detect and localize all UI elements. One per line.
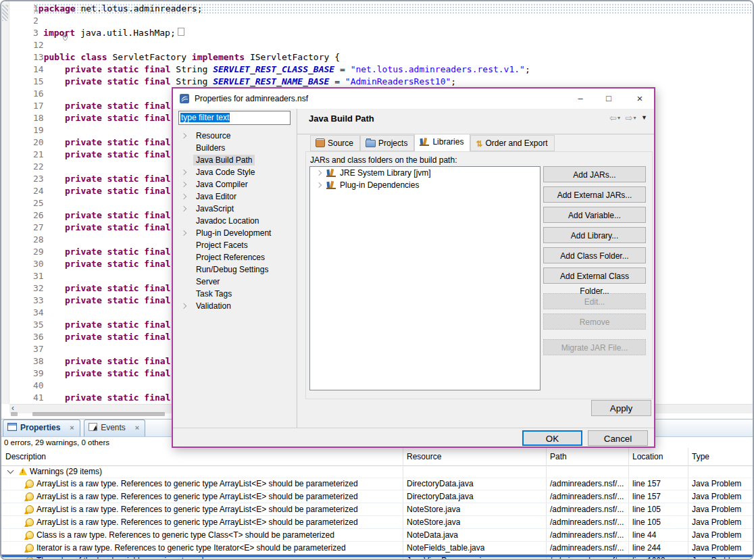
line-number[interactable]: 23 — [33, 174, 44, 184]
line-number[interactable]: 31 — [33, 271, 44, 281]
line-number[interactable]: 27 — [33, 222, 44, 232]
chevron-right-icon[interactable] — [181, 194, 186, 199]
action-button[interactable]: Add Class Folder... — [543, 247, 646, 263]
line-number[interactable]: 15 — [33, 76, 44, 86]
column-description[interactable]: Description — [5, 452, 46, 461]
tree-item[interactable]: Run/Debug Settings — [173, 263, 296, 276]
table-row[interactable]: Iterator is a raw type. References to ge… — [1, 542, 753, 555]
jar-list[interactable]: JRE System Library [jvm] Plug-in Depende… — [309, 166, 541, 390]
chevron-right-icon[interactable] — [181, 230, 186, 236]
tree-item[interactable]: Builders — [173, 142, 296, 154]
table-row[interactable]: ArrayList is a raw type. References to g… — [1, 490, 753, 503]
line-number[interactable]: 20 — [33, 137, 44, 147]
tab-order-and-export[interactable]: ⇅Order and Export — [470, 135, 554, 151]
line-number[interactable]: 14 — [33, 64, 44, 74]
view-menu-icon[interactable]: ▼ — [641, 114, 647, 121]
chevron-right-icon[interactable] — [316, 170, 322, 176]
line-number[interactable]: 18 — [33, 113, 44, 123]
line-number[interactable]: 41 — [33, 392, 44, 403]
line-number[interactable]: 37 — [33, 344, 44, 354]
tab-projects[interactable]: Projects — [360, 135, 414, 151]
tree-item[interactable]: Project Facets — [173, 239, 296, 251]
line-number[interactable]: 25 — [33, 198, 44, 208]
tree-item[interactable]: Java Code Style — [173, 166, 296, 178]
action-button[interactable]: Add Library... — [543, 227, 646, 243]
tab-source[interactable]: Source — [310, 135, 360, 151]
table-row[interactable]: Class is a raw type. References to gener… — [1, 529, 753, 542]
line-number[interactable]: 30 — [33, 259, 44, 269]
back-dropdown-icon[interactable]: ▾ — [618, 115, 620, 121]
tree-item[interactable]: Resource — [173, 130, 296, 142]
tree-item[interactable]: Plug-in Development — [173, 227, 296, 239]
line-number[interactable]: 40 — [33, 380, 44, 390]
tab-events[interactable]: Events× — [84, 419, 145, 436]
table-row[interactable]: ArrayList is a raw type. References to g… — [1, 503, 753, 516]
tree-item[interactable]: Javadoc Location — [173, 215, 296, 227]
line-number[interactable]: 19 — [33, 125, 44, 135]
chevron-down-icon[interactable] — [7, 467, 14, 474]
action-button[interactable]: Add External JARs... — [543, 186, 646, 203]
action-button[interactable]: Add External Class Folder... — [543, 268, 646, 284]
line-number[interactable]: 12 — [33, 40, 44, 50]
column-resource[interactable]: Resource — [407, 452, 441, 461]
line-number[interactable]: 1 — [33, 3, 39, 14]
table-row[interactable]: ArrayList is a raw type. References to g… — [1, 516, 753, 529]
action-button[interactable]: Add JARs... — [543, 166, 646, 182]
cancel-button[interactable]: Cancel — [588, 430, 648, 446]
line-number[interactable]: 3 — [33, 28, 39, 38]
apply-button[interactable]: Apply — [591, 400, 651, 416]
minimize-button[interactable]: – — [570, 91, 590, 106]
jar-list-item[interactable]: Plug-in Dependencies — [310, 179, 540, 191]
close-button[interactable]: × — [630, 91, 650, 106]
tree-item[interactable]: Task Tags — [173, 288, 296, 300]
tree-item[interactable]: JavaScript — [173, 203, 296, 215]
line-number[interactable]: 29 — [33, 247, 44, 257]
back-icon[interactable]: ⇦ — [609, 113, 617, 123]
table-row[interactable]: ArrayList is a raw type. References to g… — [1, 478, 753, 490]
tree-item[interactable]: Server — [173, 276, 296, 288]
line-number[interactable]: 38 — [33, 356, 44, 366]
forward-dropdown-icon[interactable]: ▾ — [633, 115, 636, 121]
tree-item[interactable]: Validation — [173, 300, 296, 312]
warnings-group-row[interactable]: Warnings (29 items) — [1, 465, 753, 478]
line-number[interactable]: 34 — [33, 307, 44, 317]
tree-item[interactable]: Java Build Path — [173, 154, 296, 166]
tree-item[interactable]: Java Editor — [173, 190, 296, 203]
line-number[interactable]: 28 — [33, 234, 44, 245]
line-number[interactable]: 32 — [33, 283, 44, 293]
line-number[interactable]: 35 — [33, 320, 44, 330]
line-number[interactable]: 16 — [33, 88, 44, 99]
forward-icon[interactable]: ⇨ — [626, 113, 633, 123]
chevron-right-icon[interactable] — [181, 133, 186, 138]
ok-button[interactable]: OK — [522, 430, 582, 446]
tab-properties[interactable]: Properties× — [3, 419, 80, 436]
chevron-right-icon[interactable] — [181, 206, 186, 211]
line-number[interactable]: 39 — [33, 368, 44, 378]
chevron-right-icon[interactable] — [316, 182, 322, 188]
tab-libraries[interactable]: Libraries — [414, 134, 470, 151]
action-button[interactable]: Add Variable... — [543, 207, 646, 223]
jar-list-item[interactable]: JRE System Library [jvm] — [310, 167, 540, 179]
column-location[interactable]: Location — [632, 452, 663, 461]
scroll-left-icon[interactable]: ‹ — [11, 403, 14, 413]
column-path[interactable]: Path — [550, 452, 567, 461]
column-type[interactable]: Type — [692, 452, 709, 461]
tree-item[interactable]: Java Compiler — [173, 178, 296, 190]
line-number[interactable]: 26 — [33, 210, 44, 220]
maximize-button[interactable]: □ — [599, 91, 619, 106]
filter-input[interactable]: type filter text — [178, 111, 291, 125]
line-number[interactable]: 21 — [33, 149, 44, 159]
line-number[interactable]: 2 — [33, 16, 39, 26]
line-number[interactable]: 36 — [33, 332, 44, 342]
line-number[interactable]: 33 — [33, 295, 44, 305]
line-number[interactable]: 24 — [33, 186, 44, 196]
chevron-right-icon[interactable] — [181, 182, 186, 187]
close-tab-icon[interactable]: × — [70, 424, 74, 432]
line-number[interactable]: 22 — [33, 161, 44, 172]
chevron-right-icon[interactable] — [181, 303, 186, 309]
line-number[interactable]: 13 — [33, 52, 44, 62]
dialog-titlebar[interactable]: Properties for adminreaders.nsf – □ × — [173, 88, 654, 109]
tree-item[interactable]: Project References — [173, 251, 296, 263]
line-number[interactable]: 17 — [33, 101, 44, 111]
close-tab-icon[interactable]: × — [135, 424, 139, 432]
